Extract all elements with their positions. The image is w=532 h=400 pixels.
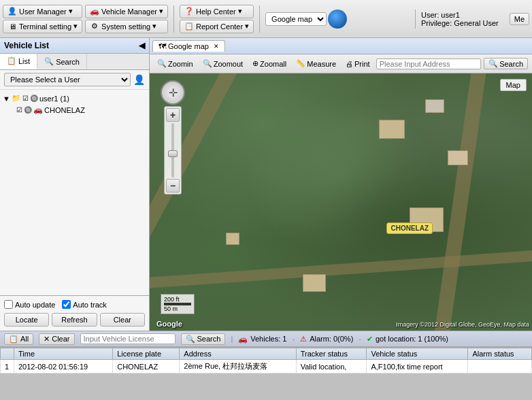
terminal-setting-btn[interactable]: 🖥 Terminal setting ▾ — [3, 20, 82, 33]
location-count: got location: 1 (100%) — [376, 335, 448, 343]
print-label: Print — [354, 60, 370, 68]
clear-label: Clear — [52, 335, 69, 343]
tab-list[interactable]: 📋 List — [0, 54, 37, 69]
col-address: Address — [180, 348, 296, 360]
zoom-slider: + − — [164, 106, 182, 195]
measure-btn[interactable]: 📏 Measure — [293, 59, 339, 69]
measure-icon: 📏 — [296, 59, 305, 68]
user-manager-label: User Manager — [19, 7, 67, 16]
sidebar-bottom: Auto update Auto track Locate Refresh Cl… — [0, 295, 149, 331]
user-label: User: user1 — [421, 11, 460, 19]
tree-radio: 🔘 — [30, 95, 38, 102]
clear-status-btn[interactable]: ✕ Clear — [39, 333, 74, 345]
print-icon: 🖨 — [346, 60, 353, 68]
row-alarm — [468, 360, 532, 373]
report-center-btn[interactable]: 📋 Report Center ▾ — [180, 20, 254, 33]
auto-update-checkbox[interactable] — [4, 300, 13, 309]
map-search-btn[interactable]: 🔍 Search — [484, 58, 528, 69]
vehicle-icon: 🚗 — [90, 7, 99, 16]
auto-track-label[interactable]: Auto track — [62, 300, 107, 309]
report-label: Report Center — [196, 22, 243, 31]
license-input[interactable] — [80, 333, 176, 344]
help-label: Help Center — [196, 7, 236, 16]
chevron-down-icon: ▾ — [159, 7, 163, 16]
status-search-icon: 🔍 — [186, 335, 195, 344]
col-license: License plate — [113, 348, 180, 360]
alarm-icon: ⚠ — [300, 335, 307, 344]
refresh-button[interactable]: Refresh — [52, 313, 97, 327]
row-tracker: Valid location, — [296, 360, 367, 373]
me-label: Me — [514, 15, 525, 23]
building-6 — [226, 233, 239, 245]
user-dropdown[interactable]: Please Select a User — [4, 73, 131, 86]
terminal-icon: 🖥 — [7, 22, 17, 31]
chevron-down-icon: ▾ — [69, 7, 73, 16]
status-search-btn[interactable]: 🔍 Search — [181, 333, 226, 345]
map-tab-close-icon[interactable]: ✕ — [214, 43, 219, 50]
zoom-thumb[interactable] — [168, 150, 178, 157]
zoomin-label: Zoomin — [168, 60, 193, 68]
col-time: Time — [14, 348, 113, 360]
status-separator: | — [231, 335, 233, 343]
sidebar-title: Vehicle List — [4, 41, 49, 50]
tree-child-label: CHONELAZ — [44, 106, 85, 114]
row-num: 1 — [1, 360, 14, 373]
vehicle-icon: 🚗 — [33, 105, 43, 114]
zoomin-icon: 🔍 — [157, 59, 167, 68]
user-vehicle-group: 👤 User Manager ▾ 🖥 Terminal setting ▾ — [3, 5, 82, 33]
map-type-select[interactable]: Google map Bing Map OpenStreet — [265, 12, 327, 26]
report-icon: 📋 — [184, 22, 194, 31]
help-icon: ❓ — [184, 7, 194, 16]
address-input[interactable] — [376, 59, 481, 69]
chevron-down-icon: ▾ — [73, 22, 78, 31]
user-manager-btn[interactable]: 👤 User Manager ▾ — [3, 5, 82, 18]
map-selector-group: Google map Bing Map OpenStreet — [265, 10, 347, 29]
system-label: System setting — [101, 22, 150, 31]
auto-options: Auto update Auto track — [4, 300, 145, 309]
map-tab-bar: 🗺 Google map ✕ — [150, 38, 532, 54]
all-label: All — [20, 335, 29, 343]
map-tab-icon: 🗺 — [159, 42, 166, 50]
print-btn[interactable]: 🖨 Print — [342, 59, 373, 69]
zoom-track — [171, 123, 174, 178]
tree-child-checkbox: ☑ — [16, 106, 22, 114]
vehicle-manager-btn[interactable]: 🚗 Vehicle Manager ▾ — [85, 5, 168, 18]
clear-icon: ✕ — [44, 335, 50, 344]
tree-child-item[interactable]: ☑ 🔘 🚗 CHONELAZ — [3, 104, 146, 116]
sidebar-collapse-icon[interactable]: ◀ — [139, 41, 145, 50]
tree-root-label: user1 (1) — [39, 95, 69, 103]
list-icon: 📋 — [7, 56, 16, 65]
auto-update-label[interactable]: Auto update — [4, 300, 55, 309]
system-setting-btn[interactable]: ⚙ System setting ▾ — [85, 20, 168, 33]
tree-child-radio: 🔘 — [24, 106, 32, 114]
zoomout-btn[interactable]: 🔍 Zoomout — [199, 59, 246, 69]
zoom-in-btn[interactable]: + — [166, 108, 180, 122]
tab-search[interactable]: 🔍 Search — [37, 54, 87, 69]
road-3 — [150, 235, 532, 294]
table-row[interactable]: 1 2012-08-02 01:56:19 CHONELAZ 2ème Rue,… — [1, 360, 532, 373]
col-alarm: Alarm status — [468, 348, 532, 360]
zoomin-btn[interactable]: 🔍 Zoomin — [154, 59, 197, 69]
auto-track-checkbox[interactable] — [62, 300, 71, 309]
map-view[interactable]: CHONELAZ ✛ + − Map — [150, 73, 532, 331]
row-time: 2012-08-02 01:56:19 — [14, 360, 113, 373]
map-tab-googlemaps[interactable]: 🗺 Google map ✕ — [152, 40, 225, 52]
help-report-group: ❓ Help Center ▾ 📋 Report Center ▾ — [180, 5, 254, 33]
zoomall-btn[interactable]: ⊕ Zoomall — [249, 59, 290, 69]
me-btn[interactable]: Me — [510, 13, 529, 25]
all-btn[interactable]: 📋 All — [4, 333, 33, 345]
tree-root[interactable]: ▼ 📁 ☑ 🔘 user1 (1) — [3, 93, 146, 104]
location-icon: ✔ — [367, 335, 373, 344]
map-type-button[interactable]: Map — [500, 79, 527, 91]
zoomall-icon: ⊕ — [252, 59, 259, 68]
compass-control[interactable]: ✛ — [161, 80, 185, 105]
locate-button[interactable]: Locate — [4, 313, 49, 327]
clear-button[interactable]: Clear — [100, 313, 145, 327]
action-buttons: Locate Refresh Clear — [4, 313, 145, 327]
tree-checkbox: ☑ — [22, 95, 29, 102]
all-icon: 📋 — [9, 335, 18, 344]
help-center-btn[interactable]: ❓ Help Center ▾ — [180, 5, 254, 18]
zoom-out-btn[interactable]: − — [166, 179, 180, 193]
toolbar-separator-2 — [259, 5, 260, 33]
tab-search-label: Search — [56, 58, 80, 66]
